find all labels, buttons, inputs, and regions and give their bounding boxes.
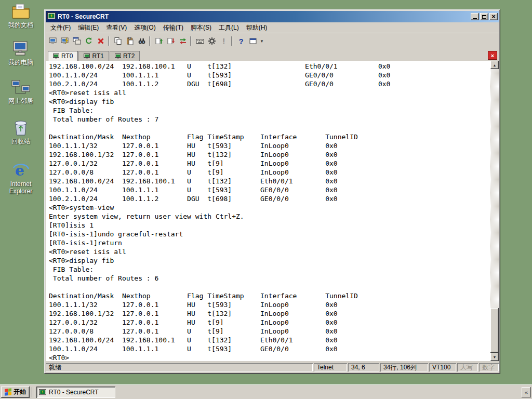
vertical-scrollbar: ▲ ▼ bbox=[490, 61, 499, 361]
terminal-line: <RT0> bbox=[49, 353, 490, 361]
disconnect-icon[interactable] bbox=[95, 35, 107, 47]
terminal-line: [RT0-isis-1]undo graceful-restart bbox=[49, 230, 490, 238]
task-label: RT0 - SecureCRT bbox=[49, 389, 99, 396]
terminal-area: 192.168.100.0/24 192.168.100.1 U t[132] … bbox=[46, 61, 499, 361]
terminal-line: <RT0>reset isis all bbox=[49, 88, 490, 97]
scrollbar-up-button[interactable]: ▲ bbox=[490, 61, 499, 69]
scrollbar-thumb[interactable] bbox=[490, 308, 499, 353]
scrollbar-track[interactable] bbox=[490, 69, 499, 353]
menu-item[interactable]: 脚本(S) bbox=[187, 22, 215, 33]
status-terminal-size: 34行, 106列 bbox=[380, 363, 428, 371]
menu-bar: 文件(F)编辑(E)查看(V)选项(O)传输(T)脚本(S)工具(L)帮助(H) bbox=[46, 22, 499, 33]
terminal-line: 127.0.0.0/8 127.0.0.1 U t[9] InLoop0 0x0 bbox=[49, 168, 490, 177]
start-button[interactable]: 开始 bbox=[1, 387, 30, 398]
terminal-line: Destination/Mask Nexthop Flag TimeStamp … bbox=[49, 132, 490, 141]
terminal-line: Total number of Routes : 6 bbox=[49, 274, 490, 283]
terminal-line: 100.1.1.0/24 100.1.1.1 U t[593] GE0/0/0 … bbox=[49, 185, 490, 194]
clear-screen-icon[interactable]: ! bbox=[218, 35, 230, 47]
my-documents-icon bbox=[3, 2, 38, 20]
terminal-line: <RT0>reset isis all bbox=[49, 247, 490, 256]
desktop: 我的文档 我的电脑 网上邻居 bbox=[0, 0, 532, 399]
toolbar-separator bbox=[108, 36, 110, 46]
recycle-bin-icon bbox=[3, 118, 38, 136]
desktop-icon-internet-explorer[interactable]: e Internet Explorer bbox=[3, 161, 38, 195]
tray-chevron-button[interactable]: « bbox=[522, 387, 531, 397]
maximize-button[interactable] bbox=[480, 13, 488, 20]
close-button[interactable]: × bbox=[489, 13, 498, 20]
transfer-queue-icon[interactable] bbox=[177, 35, 189, 47]
tab-rt0[interactable]: RT0 bbox=[48, 51, 78, 61]
menu-item[interactable]: 帮助(H) bbox=[243, 22, 271, 33]
terminal-line: 127.0.0.1/32 127.0.0.1 HU t[9] InLoop0 0… bbox=[49, 159, 490, 168]
terminal-line: FIB Table: bbox=[49, 106, 490, 115]
scrollbar-down-button[interactable]: ▼ bbox=[490, 353, 499, 361]
terminal-output[interactable]: 192.168.100.0/24 192.168.100.1 U t[132] … bbox=[46, 61, 490, 361]
paste-icon[interactable] bbox=[124, 35, 136, 47]
terminal-line: 192.168.100.1/32 127.0.0.1 HU t[132] InL… bbox=[49, 150, 490, 159]
session-options-icon[interactable] bbox=[206, 35, 218, 47]
svg-text:?: ? bbox=[238, 37, 243, 45]
title-bar[interactable]: RT0 - SecureCRT × bbox=[46, 11, 499, 22]
minimize-icon bbox=[473, 18, 477, 19]
status-caps-indicator: 大写 bbox=[457, 363, 478, 371]
terminal-line: 192.168.100.0/24 192.168.100.1 U t[132] … bbox=[49, 177, 490, 185]
menu-item[interactable]: 文件(F) bbox=[47, 22, 74, 33]
copy-icon[interactable] bbox=[112, 35, 124, 47]
help-icon[interactable]: ? bbox=[235, 35, 247, 47]
reconnect-icon[interactable] bbox=[83, 35, 95, 47]
window-title: RT0 - SecureCRT bbox=[58, 13, 470, 20]
tab-rt2[interactable]: RT2 bbox=[110, 51, 140, 61]
menu-item[interactable]: 编辑(E) bbox=[74, 22, 102, 33]
find-icon[interactable] bbox=[136, 35, 148, 47]
internet-explorer-icon: e bbox=[3, 161, 38, 179]
toolbar-separator bbox=[149, 36, 151, 46]
desktop-icon-my-computer[interactable]: 我的电脑 bbox=[3, 39, 38, 66]
toolbar-overflow-chevron-icon[interactable]: ▾ bbox=[259, 38, 265, 44]
terminal-line: [RT0]isis 1 bbox=[49, 221, 490, 230]
terminal-line: 127.0.0.1/32 127.0.0.1 HU t[9] InLoop0 0… bbox=[49, 318, 490, 327]
network-places-icon bbox=[3, 78, 38, 96]
keymap-editor-icon[interactable] bbox=[194, 35, 206, 47]
terminal-icon bbox=[115, 54, 121, 59]
taskbar: 开始 RT0 - SecureCRT « bbox=[0, 384, 532, 399]
zmodem-download-icon[interactable] bbox=[165, 35, 177, 47]
icon-label: 我的电脑 bbox=[3, 59, 38, 66]
taskbar-task-securecrt[interactable]: RT0 - SecureCRT bbox=[36, 387, 115, 398]
tab-label: RT1 bbox=[92, 52, 103, 60]
tab-close-button[interactable]: × bbox=[488, 51, 497, 60]
menu-item[interactable]: 传输(T) bbox=[159, 22, 187, 33]
desktop-icon-network-places[interactable]: 网上邻居 bbox=[3, 78, 38, 104]
connect-icon[interactable] bbox=[47, 35, 59, 47]
start-label: 开始 bbox=[14, 388, 26, 396]
securecrt-window: RT0 - SecureCRT × 文件(F)编辑(E)查看(V)选项(O)传输… bbox=[44, 9, 500, 374]
icon-label: 网上邻居 bbox=[3, 97, 38, 104]
icon-label: Internet Explorer bbox=[3, 180, 38, 195]
terminal-line: Enter system view, return user view with… bbox=[49, 212, 490, 221]
zmodem-upload-icon[interactable] bbox=[153, 35, 165, 47]
desktop-icon-my-documents[interactable]: 我的文档 bbox=[3, 2, 38, 29]
terminal-line bbox=[49, 283, 490, 291]
taskbar-divider bbox=[32, 387, 34, 397]
desktop-icon-recycle-bin[interactable]: 回收站 bbox=[3, 118, 38, 145]
menu-item[interactable]: 选项(O) bbox=[130, 22, 159, 33]
connect-in-tab-icon[interactable] bbox=[71, 35, 83, 47]
terminal-line: 192.168.100.1/32 127.0.0.1 HU t[132] InL… bbox=[49, 309, 490, 318]
toolbar: ! ? ▾ bbox=[46, 33, 499, 48]
quick-connect-icon[interactable] bbox=[59, 35, 71, 47]
app-icon bbox=[39, 389, 46, 395]
close-icon: × bbox=[491, 52, 494, 59]
status-num-indicator: 数字 bbox=[479, 363, 499, 371]
terminal-line: FIB Table: bbox=[49, 265, 490, 274]
tab-label: RT2 bbox=[123, 52, 135, 60]
tab-rt1[interactable]: RT1 bbox=[78, 51, 109, 61]
new-window-icon[interactable] bbox=[247, 35, 259, 47]
terminal-line: <RT0>system-view bbox=[49, 203, 490, 212]
terminal-line: <RT0>display fib bbox=[49, 97, 490, 106]
minimize-button[interactable] bbox=[471, 13, 479, 20]
menu-item[interactable]: 工具(L) bbox=[215, 22, 243, 33]
menu-item[interactable]: 查看(V) bbox=[102, 22, 130, 33]
terminal-icon bbox=[53, 54, 59, 59]
terminal-line: 100.1.1.0/24 100.1.1.1 U t[593] GE0/0/0 … bbox=[49, 344, 490, 353]
my-computer-icon bbox=[3, 39, 38, 57]
tab-label: RT0 bbox=[61, 52, 73, 60]
